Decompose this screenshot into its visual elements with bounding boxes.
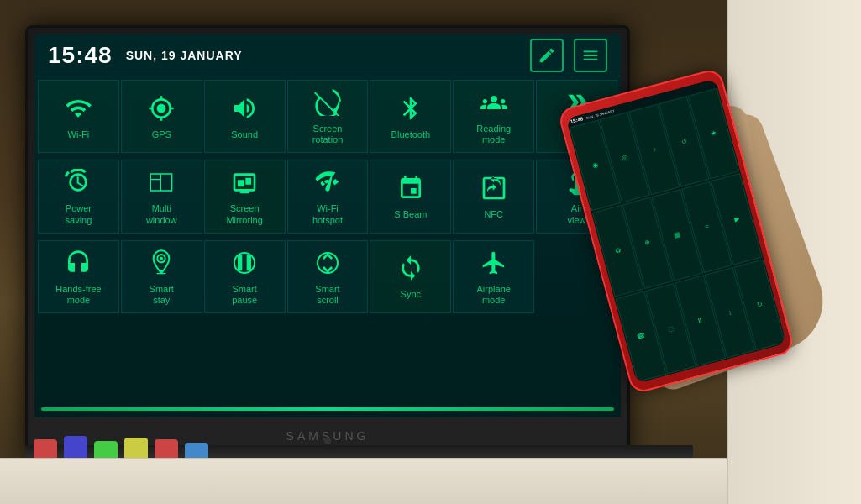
gps-label: GPS — [152, 129, 171, 140]
sync-toggle[interactable]: Sync — [370, 240, 451, 313]
wifi-hotspot-toggle[interactable]: Wi-Fihotspot — [287, 160, 369, 233]
svg-point-3 — [160, 256, 163, 260]
shelf-item-4 — [124, 438, 148, 458]
svg-point-5 — [234, 253, 255, 273]
svg-marker-1 — [245, 178, 251, 185]
screen-mirroring-toggle[interactable]: ScreenMirroring — [204, 160, 286, 233]
phone-overlay: 15:48 SUN, 19 JANUARY ◉ ◎ ♪ ↺ ★ ♻ ⊕ ▦ ≈ — [458, 67, 777, 386]
multi-window-toggle[interactable]: Multiwindow — [121, 160, 202, 233]
pencil-icon — [538, 46, 556, 65]
wifi-hotspot-label: Wi-Fihotspot — [312, 203, 343, 225]
shelf-bottom — [0, 458, 727, 504]
bluetooth-label: Bluetooth — [391, 129, 430, 140]
shelf-item-1 — [34, 439, 57, 458]
menu-icon — [581, 46, 600, 65]
bottom-accent-bar — [41, 407, 614, 411]
sound-toggle[interactable]: Sound — [204, 80, 286, 153]
shelf-item-6 — [185, 443, 208, 458]
sync-label: Sync — [401, 289, 421, 300]
shelf-item-3 — [94, 441, 118, 458]
smart-pause-toggle[interactable]: Smartpause — [204, 240, 286, 313]
shelf-item-5 — [155, 439, 178, 458]
screen-mirroring-label: ScreenMirroring — [226, 203, 262, 225]
smart-pause-label: Smartpause — [232, 284, 257, 306]
smart-scroll-label: Smartscroll — [315, 284, 339, 306]
smart-stay-toggle[interactable]: Smartstay — [121, 240, 202, 313]
s-beam-label: S Beam — [394, 209, 427, 220]
smart-scroll-icon — [314, 249, 341, 281]
multi-window-label: Multiwindow — [146, 203, 177, 225]
sound-label: Sound — [231, 129, 258, 140]
bluetooth-toggle[interactable]: Bluetooth — [370, 80, 451, 153]
smart-pause-icon — [231, 249, 258, 281]
wifi-toggle[interactable]: Wi-Fi — [38, 80, 119, 153]
s-beam-toggle[interactable]: S Beam — [370, 160, 451, 233]
sync-icon — [397, 255, 424, 286]
wifi-icon — [65, 95, 92, 126]
screen-rotation-label: Screenrotation — [312, 123, 344, 145]
smart-stay-icon — [148, 249, 175, 281]
multi-window-icon — [148, 169, 175, 200]
tv-indicator-dot — [324, 438, 331, 444]
screen-rotation-icon — [314, 89, 341, 120]
screen-mirroring-icon — [231, 169, 258, 200]
smart-stay-label: Smartstay — [150, 284, 174, 306]
date-display: SUN, 19 JANUARY — [126, 49, 243, 62]
power-saving-icon — [65, 169, 92, 200]
shelf-decorations — [34, 436, 208, 458]
wifi-label: Wi-Fi — [68, 129, 90, 140]
gps-toggle[interactable]: GPS — [121, 80, 202, 153]
gps-icon — [148, 95, 175, 126]
hands-free-toggle[interactable]: Hands-freemode — [38, 240, 119, 313]
clock-display: 15:48 — [48, 42, 113, 69]
svg-point-4 — [160, 270, 163, 272]
svg-marker-0 — [238, 181, 244, 187]
power-saving-toggle[interactable]: Powersaving — [38, 160, 119, 233]
wifi-hotspot-icon — [314, 169, 341, 200]
power-saving-label: Powersaving — [66, 203, 92, 225]
smart-scroll-toggle[interactable]: Smartscroll — [287, 240, 369, 313]
screen-rotation-toggle[interactable]: Screenrotation — [287, 80, 369, 153]
s-beam-icon — [397, 175, 424, 206]
bluetooth-icon — [397, 95, 424, 126]
sound-icon — [231, 95, 258, 126]
hands-free-icon — [65, 249, 92, 281]
shelf-item-2 — [64, 436, 87, 458]
hands-free-label: Hands-freemode — [55, 284, 101, 306]
smartphone-body: 15:48 SUN, 19 JANUARY ◉ ◎ ♪ ↺ ★ ♻ ⊕ ▦ ≈ — [557, 67, 795, 395]
